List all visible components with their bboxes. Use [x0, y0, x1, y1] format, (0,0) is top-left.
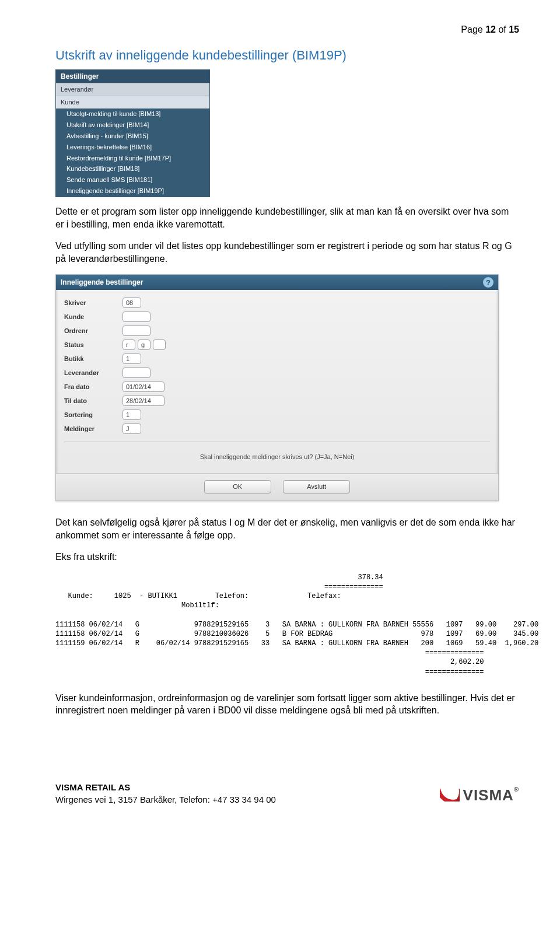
input-til-dato[interactable] [123, 396, 164, 406]
input-leverandor[interactable] [123, 368, 150, 378]
input-status-3[interactable] [153, 340, 166, 350]
input-skriver[interactable] [123, 298, 141, 308]
label-til-dato: Til dato [64, 397, 123, 405]
input-butikk[interactable] [123, 354, 141, 364]
menu-section-leverandor: Leverandør [56, 83, 209, 96]
label-fra-dato: Fra dato [64, 383, 123, 391]
eks-label: Eks fra utskrift: [55, 551, 519, 564]
visma-logo: VISMA® [440, 785, 519, 806]
page-of: of [496, 24, 509, 34]
input-status-2[interactable] [138, 340, 150, 350]
paragraph-explain: Viser kundeinformasjon, ordreinformasjon… [55, 692, 519, 717]
avslutt-button[interactable]: Avslutt [283, 480, 350, 494]
section-title: Utskrift av inneliggende kundebestilling… [55, 47, 519, 64]
visma-logo-word: VISMA® [463, 785, 519, 806]
page-indicator: Page 12 of 15 [55, 23, 519, 36]
paragraph-status-note: Det kan selvfølgelig også kjører på stat… [55, 516, 519, 541]
label-skriver: Skriver [64, 299, 123, 307]
menu-item: Utskrift av meldinger [BIM14] [56, 120, 209, 131]
label-ordrenr: Ordrenr [64, 327, 123, 335]
label-meldinger: Meldinger [64, 425, 123, 433]
footer-company: VISMA RETAIL AS [55, 781, 276, 793]
dialog-prompt: Skal inneliggende meldinger skrives ut? … [64, 449, 490, 470]
menu-item: Kundebestillinger [BIM18] [56, 163, 209, 174]
label-butikk: Butikk [64, 355, 123, 363]
printout-sample: 378.34 ============== Kunde: 1025 - BUTI… [55, 573, 522, 677]
visma-swoosh-icon [440, 789, 460, 802]
menu-section-kunde: Kunde [56, 96, 209, 108]
input-kunde[interactable] [123, 312, 150, 322]
dialog-title-text: Inneliggende bestillinger [61, 278, 143, 287]
page-current: 12 [485, 24, 496, 34]
menu-item: Utsolgt-melding til kunde [BIM13] [56, 108, 209, 120]
menu-item: Avbestilling - kunder [BIM15] [56, 131, 209, 142]
menu-item: Leverings-bekreftelse [BIM16] [56, 142, 209, 153]
menu-items-list: Utsolgt-melding til kunde [BIM13] Utskri… [56, 108, 209, 197]
ok-button[interactable]: OK [204, 480, 271, 494]
label-status: Status [64, 341, 123, 349]
label-sortering: Sortering [64, 411, 123, 419]
label-leverandor: Leverandør [64, 369, 123, 377]
label-kunde: Kunde [64, 313, 123, 321]
menu-item: Restordremelding til kunde [BIM17P] [56, 153, 209, 164]
menu-screenshot: Bestillinger Leverandør Kunde Utsolgt-me… [55, 69, 210, 197]
help-icon[interactable]: ? [483, 277, 494, 288]
dialog-titlebar: Inneliggende bestillinger ? [56, 275, 498, 290]
page-total: 15 [509, 24, 519, 34]
footer-address: Wirgenes vei 1, 3157 Barkåker, Telefon: … [55, 793, 276, 806]
input-status-1[interactable] [123, 340, 135, 350]
paragraph-filter: Ved utfylling som under vil det listes o… [55, 240, 519, 265]
paragraph-intro: Dette er et program som lister opp innel… [55, 205, 519, 230]
footer-text-block: VISMA RETAIL AS Wirgenes vei 1, 3157 Bar… [55, 781, 276, 806]
input-ordrenr[interactable] [123, 326, 150, 336]
input-meldinger[interactable] [123, 424, 141, 434]
menu-item: Inneliggende bestillinger [BIM19P] [56, 186, 209, 197]
page-prefix: Page [461, 24, 485, 34]
input-fra-dato[interactable] [123, 382, 164, 392]
menu-header-bestillinger: Bestillinger [56, 70, 209, 83]
input-sortering[interactable] [123, 410, 141, 420]
dialog-inneliggende: Inneliggende bestillinger ? Skriver Kund… [55, 274, 499, 501]
menu-item: Sende manuell SMS [BIM181] [56, 174, 209, 186]
